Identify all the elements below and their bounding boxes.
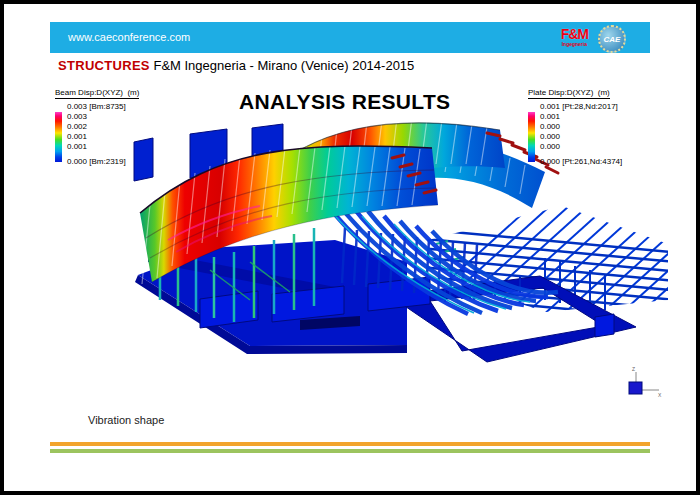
beam-legend-title: Beam Disp:D(XYZ) (m) — [55, 88, 139, 99]
header-bar: www.caeconference.com F&M Ingegneria CAE — [50, 22, 650, 53]
cae-conference-logo: CAE — [598, 25, 626, 53]
slide-subtitle: STRUCTURES F&M Ingegneria - Mirano (Veni… — [58, 58, 414, 73]
legend-value: 0.001 — [67, 142, 139, 152]
brand-structures: STRUCTURES — [58, 58, 150, 73]
project-title: F&M Ingegneria - Mirano (Venice) 2014-20… — [150, 58, 414, 73]
fm-ingegneria-logo: F&M Ingegneria — [561, 27, 588, 47]
presentation-slide: www.caeconference.com F&M Ingegneria CAE… — [0, 0, 700, 495]
roof-lattice — [398, 178, 700, 338]
legend-value: 0.000 — [540, 132, 622, 142]
axis-z-label: Z — [632, 366, 635, 372]
legend-value: 0.001 [Pt:28,Nd:2017] — [540, 102, 622, 112]
legend-value: 0.002 — [67, 122, 139, 132]
legend-value: 0.001 — [67, 132, 139, 142]
axis-triad-icon: Z X — [629, 366, 662, 398]
axis-x-label: X — [658, 392, 662, 398]
beam-displacement-legend: Beam Disp:D(XYZ) (m) 0.003 [Bm:8735] 0.0… — [55, 88, 139, 167]
legend-value: 0.000 — [540, 122, 622, 132]
beam-colorbar — [55, 112, 62, 162]
conference-url: www.caeconference.com — [68, 22, 190, 53]
plate-legend-title: Plate Disp:D(XYZ) (m) — [528, 88, 610, 99]
divider-line-orange — [50, 442, 650, 446]
slide-caption: Vibration shape — [88, 414, 164, 426]
divider-line-green — [50, 449, 650, 453]
legend-value: 0.003 — [67, 112, 139, 122]
page-title: ANALYSIS RESULTS — [239, 90, 450, 114]
plate-colorbar — [528, 112, 535, 162]
legend-value: 0.000 — [540, 142, 622, 152]
legend-value: 0.000 [Pt:261,Nd:4374] — [540, 157, 622, 167]
legend-value: 0.003 [Bm:8735] — [67, 102, 139, 112]
plate-displacement-legend: Plate Disp:D(XYZ) (m) 0.001 [Pt:28,Nd:20… — [528, 88, 622, 167]
legend-value: 0.000 [Bm:2319] — [67, 157, 139, 167]
legend-value: 0.001 — [540, 112, 622, 122]
